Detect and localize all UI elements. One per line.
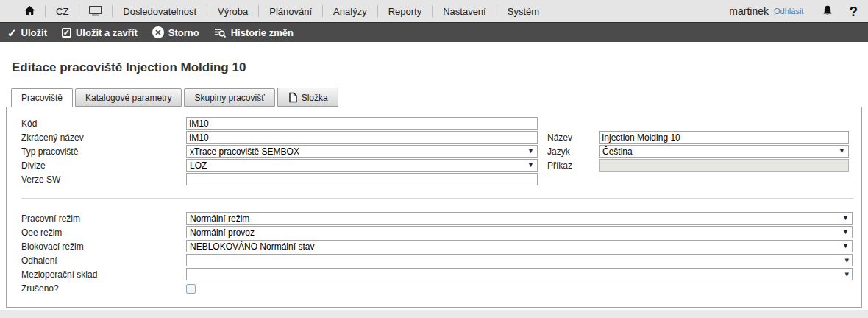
divider (377, 5, 378, 17)
nav-item-dosledovatelnost[interactable]: Dosledovatelnost (117, 6, 202, 17)
form-row-verze-sw: Verze SW (21, 173, 854, 186)
form-row-oee-rezim: Oee režim Normální provoz ▼ (21, 226, 854, 239)
form-row-odhaleni: Odhalení ▾ (21, 254, 854, 266)
divider (79, 5, 79, 17)
tab-katalogove-parametry[interactable]: Katalogové parametry (75, 88, 182, 107)
username-label: martinek (729, 5, 769, 17)
chevron-down-icon: ▼ (842, 215, 849, 222)
section-divider (21, 198, 854, 199)
language-selector[interactable]: CZ (50, 6, 74, 17)
page-title: Editace pracoviště Injection Molding 10 (12, 60, 868, 75)
pracovni-rezim-select[interactable]: Normální režim ▼ (186, 212, 853, 225)
nav-item-reporty[interactable]: Reporty (383, 6, 428, 17)
nav-item-vyroba[interactable]: Výroba (212, 6, 254, 17)
tab-skupiny-pracovist-label: Skupiny pracovišť (194, 93, 264, 103)
terminal-button[interactable] (84, 5, 107, 17)
chevron-down-icon: ▾ (844, 256, 849, 264)
mezioperacni-sklad-label: Mezioperační sklad (21, 269, 186, 280)
odhaleni-combobox[interactable]: ▾ (186, 254, 853, 266)
save-button-label: Uložit (21, 27, 47, 38)
divider (497, 5, 497, 17)
top-navigation-bar: CZ Dosledovatelnost Výroba Plánování Ana… (0, 0, 868, 22)
verze-sw-label: Verze SW (21, 174, 186, 185)
blokovaci-rezim-label: Blokovací režim (21, 241, 186, 252)
action-toolbar: ✓ Uložit ✓ Uložit a zavřít ✕ Storno Hist… (0, 22, 868, 42)
checkmark-icon: ✓ (7, 27, 17, 38)
cancel-button-label: Storno (168, 27, 199, 38)
divider (45, 5, 46, 17)
home-button[interactable] (19, 5, 40, 17)
chevron-down-icon: ▼ (842, 229, 849, 236)
mezioperacni-sklad-combobox[interactable]: ▾ (186, 268, 853, 280)
divider (432, 5, 433, 17)
divize-label: Divize (21, 160, 186, 171)
circle-x-icon: ✕ (152, 26, 164, 38)
pracovni-rezim-value: Normální režim (190, 213, 842, 224)
form-row-blokovaci-rezim: Blokovací režim NEBLOKOVÁNO Normální sta… (21, 240, 854, 252)
zkraceny-nazev-label: Zkrácený název (21, 132, 186, 143)
zkraceny-nazev-input[interactable] (186, 131, 538, 144)
change-history-button[interactable]: Historie změn (214, 26, 294, 38)
pracovni-rezim-label: Pracovní režim (21, 213, 186, 224)
document-icon (288, 92, 298, 103)
list-search-icon (214, 26, 227, 38)
jazyk-label: Jazyk (547, 146, 599, 157)
zruseno-label: Zrušeno? (21, 283, 186, 294)
nav-item-planovani[interactable]: Plánování (263, 6, 318, 17)
help-question-icon[interactable]: ? (849, 4, 858, 18)
tab-slozka[interactable]: Složka (277, 88, 338, 107)
terminal-monitor-icon (88, 5, 103, 17)
cancel-button[interactable]: ✕ Storno (152, 26, 199, 38)
checkbox-check-icon: ✓ (62, 28, 71, 38)
divider (207, 5, 207, 17)
notifications-bell-icon[interactable] (821, 4, 834, 18)
typ-pracoviste-label: Typ pracoviště (21, 146, 186, 157)
odhaleni-label: Odhalení (21, 255, 186, 266)
nav-item-system[interactable]: Systém (502, 6, 545, 17)
form-row-zruseno: Zrušeno? (21, 283, 854, 294)
blokovaci-rezim-select[interactable]: NEBLOKOVÁNO Normální stav ▼ (186, 240, 853, 252)
chevron-down-icon: ▾ (844, 270, 849, 278)
save-button[interactable]: ✓ Uložit (7, 27, 47, 38)
divider (258, 5, 259, 17)
kod-label: Kód (21, 119, 186, 129)
oee-rezim-label: Oee režim (21, 227, 186, 238)
tab-skupiny-pracovist[interactable]: Skupiny pracovišť (184, 88, 274, 107)
tab-bar: Pracoviště Katalogové parametry Skupiny … (11, 88, 868, 107)
typ-pracoviste-value: xTrace pracoviště SEMBOX (190, 146, 527, 157)
workstation-form-panel: Kód Zkrácený název Název Typ pracoviště … (6, 107, 862, 308)
prikaz-label: Příkaz (547, 160, 599, 171)
form-row-mezioperacni-sklad: Mezioperační sklad ▾ (21, 268, 854, 280)
oee-rezim-value: Normální provoz (190, 227, 842, 238)
typ-pracoviste-select[interactable]: xTrace pracoviště SEMBOX ▼ (186, 145, 538, 158)
divize-select[interactable]: LOZ ▼ (186, 159, 538, 172)
chevron-down-icon: ▼ (527, 162, 534, 169)
tab-pracoviste[interactable]: Pracoviště (11, 88, 73, 107)
nazev-input[interactable] (599, 131, 849, 144)
form-row-pracovni-rezim: Pracovní režim Normální režim ▼ (21, 212, 854, 225)
divider (322, 5, 323, 17)
nav-item-analyzy[interactable]: Analýzy (327, 6, 373, 17)
verze-sw-input[interactable] (186, 173, 538, 186)
zruseno-checkbox[interactable] (186, 284, 196, 294)
nav-item-nastaveni[interactable]: Nastavení (437, 6, 492, 17)
form-row-divize: Divize LOZ ▼ Příkaz (21, 159, 854, 172)
nazev-label: Název (547, 132, 599, 143)
tab-slozka-label: Složka (302, 93, 328, 103)
tab-katalogove-parametry-label: Katalogové parametry (85, 93, 171, 103)
divize-value: LOZ (190, 160, 527, 171)
chevron-down-icon: ▼ (527, 148, 534, 155)
oee-rezim-select[interactable]: Normální provoz ▼ (186, 226, 853, 239)
save-and-close-button[interactable]: ✓ Uložit a zavřít (62, 27, 138, 38)
kod-input[interactable] (186, 117, 538, 130)
tab-pracoviste-label: Pracoviště (21, 93, 63, 103)
blokovaci-rezim-value: NEBLOKOVÁNO Normální stav (190, 241, 842, 252)
chevron-down-icon: ▼ (842, 243, 849, 250)
topnav-right-group: martinek Odhlásit ? (729, 4, 858, 18)
change-history-label: Historie změn (231, 27, 294, 38)
form-row-typ-pracoviste: Typ pracoviště xTrace pracoviště SEMBOX … (21, 145, 854, 158)
divider (112, 5, 113, 17)
logout-link[interactable]: Odhlásit (774, 7, 803, 15)
jazyk-select[interactable]: Čeština ▼ (599, 145, 849, 158)
prikaz-input (599, 159, 849, 172)
